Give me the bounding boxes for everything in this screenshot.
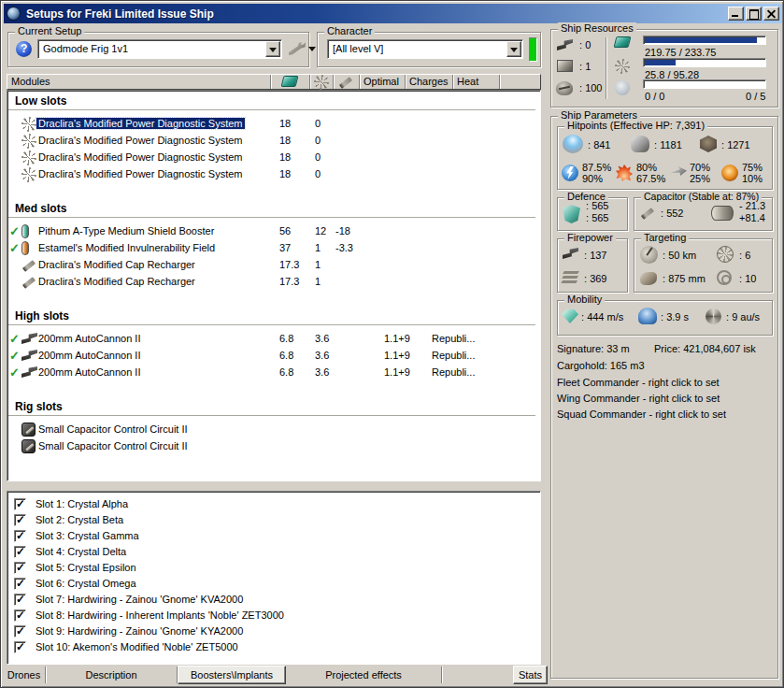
module-row[interactable]: Pithum A-Type Medium Shield Booster 56 1… — [7, 223, 536, 240]
module-row[interactable]: Draclira's Modified Power Diagnostic Sys… — [7, 133, 536, 150]
tab-stats[interactable]: Stats — [513, 666, 548, 684]
armor-hp-icon — [631, 136, 649, 152]
drone-bandwidth-value: 0 / 0 — [645, 91, 664, 102]
module-row[interactable]: Draclira's Modified Cap Recharger 17.3 1 — [7, 274, 536, 291]
slot-group-high: High slots 200mm AutoCannon II 6.8 3.6 1… — [7, 309, 536, 381]
module-row[interactable]: Estamel's Modified Invulnerability Field… — [7, 240, 536, 257]
character-combobox-value: [All level V] — [333, 43, 383, 54]
checkbox-checked[interactable] — [14, 514, 26, 526]
squad-commander-text[interactable]: Squad Commander - right click to set — [557, 408, 726, 420]
align-time-icon — [638, 308, 657, 324]
implant-row[interactable]: Slot 3: Crystal Gamma — [7, 528, 540, 544]
module-name: Draclira's Modified Power Diagnostic Sys… — [38, 168, 243, 179]
shield-booster-icon — [21, 224, 29, 238]
minimize-button[interactable] — [728, 7, 744, 21]
turret-hardpoints-value: 0 — [579, 39, 591, 50]
tools-dropdown-icon[interactable] — [308, 47, 316, 51]
tab-drones[interactable]: Drones — [3, 666, 46, 683]
character-group: Character [All level V] — [317, 32, 541, 67]
checkbox-checked[interactable] — [14, 641, 26, 653]
module-row[interactable]: Draclira's Modified Power Diagnostic Sys… — [7, 166, 536, 183]
implant-label: Slot 1: Crystal Alpha — [36, 498, 128, 509]
checkbox-checked[interactable] — [14, 609, 26, 622]
wing-commander-text[interactable]: Wing Commander - right click to set — [557, 393, 720, 404]
volley-icon — [563, 247, 578, 260]
hitpoints-label: Hitpoints (Effective HP: 7,391) — [564, 120, 707, 131]
max-targets-value: 6 — [739, 250, 750, 261]
max-targets-icon — [717, 246, 734, 263]
calibration-value: 100 — [579, 82, 602, 93]
checkbox-checked[interactable] — [14, 578, 26, 590]
column-modules[interactable]: Modules — [7, 75, 271, 89]
implant-label: Slot 2: Crystal Beta — [36, 514, 123, 525]
checkbox-checked[interactable] — [14, 594, 26, 606]
column-cpu[interactable] — [271, 75, 310, 89]
tools-icon[interactable] — [289, 42, 306, 55]
implant-label: Slot 5: Crystal Epsilon — [36, 562, 136, 573]
character-combobox[interactable]: [All level V] — [327, 39, 523, 59]
module-row[interactable]: Draclira's Modified Power Diagnostic Sys… — [7, 150, 536, 166]
help-icon[interactable] — [16, 41, 32, 57]
app-window: Setups for Freki Limited Issue Ship Curr… — [0, 0, 784, 688]
close-button[interactable] — [763, 7, 779, 21]
column-optimal[interactable]: Optimal — [360, 75, 406, 89]
slot-group-rig: Rig slots Small Capacitor Control Circui… — [7, 400, 536, 455]
module-name: Draclira's Modified Cap Recharger — [38, 259, 195, 270]
checkbox-checked[interactable] — [14, 562, 26, 574]
module-name: Small Capacitor Control Circuit II — [38, 440, 188, 452]
module-row[interactable]: Small Capacitor Control Circuit II — [7, 438, 536, 455]
mobility-group: Mobility 444 m/s 3.9 s 9 au/s — [557, 300, 773, 336]
column-powergrid[interactable] — [310, 75, 334, 89]
sensor-strength-icon — [717, 270, 732, 285]
group-divider — [8, 109, 535, 110]
setup-combobox[interactable]: Godmode Frig 1v1 — [37, 39, 282, 59]
setup-dropdown-button[interactable] — [265, 41, 280, 57]
checkbox-checked[interactable] — [14, 498, 26, 510]
column-heat[interactable]: Heat — [453, 75, 500, 89]
module-row[interactable]: Draclira's Modified Cap Recharger 17.3 1 — [7, 257, 536, 274]
checkbox-checked[interactable] — [14, 546, 26, 558]
shield-hp-icon — [563, 135, 583, 153]
tab-boosters-implants[interactable]: Boosters\Implants — [178, 666, 286, 684]
tab-description[interactable]: Description — [46, 666, 178, 683]
implant-row[interactable]: Slot 10: Akemon's Modified 'Noble' ZET50… — [7, 639, 540, 655]
slot-group-med: Med slots Pithum A-Type Medium Shield Bo… — [7, 202, 536, 291]
active-check-icon — [9, 224, 22, 237]
implant-row[interactable]: Slot 1: Crystal Alpha — [7, 496, 540, 512]
module-row[interactable]: 200mm AutoCannon II 6.8 3.6 1.1+9 Republ… — [7, 331, 536, 348]
modules-header: Modules Optimal Charges Heat — [7, 74, 541, 90]
checkbox-checked[interactable] — [14, 625, 26, 638]
module-row[interactable]: Small Capacitor Control Circuit II — [7, 422, 536, 438]
rig-icon — [21, 439, 36, 453]
column-charges[interactable]: Charges — [406, 75, 453, 89]
autocannon-icon — [21, 332, 37, 345]
implant-row[interactable]: Slot 9: Hardwiring - Zainou 'Gnome' KYA2… — [7, 624, 540, 639]
sensor-strength-value: 10 — [739, 273, 756, 284]
module-row[interactable]: 200mm AutoCannon II 6.8 3.6 1.1+9 Republ… — [7, 365, 536, 381]
defence-shield-icon — [563, 205, 580, 223]
group-divider — [8, 415, 535, 416]
drone-icon — [615, 80, 630, 95]
implant-row[interactable]: Slot 6: Crystal Omega — [7, 576, 540, 592]
group-title: Med slots — [15, 202, 536, 215]
implant-row[interactable]: Slot 2: Crystal Beta — [7, 512, 540, 528]
implant-row[interactable]: Slot 5: Crystal Epsilon — [7, 560, 540, 576]
module-row[interactable]: 200mm AutoCannon II 6.8 3.6 1.1+9 Republ… — [7, 348, 536, 365]
group-title: Rig slots — [15, 400, 536, 413]
tab-projected-effects[interactable]: Projected effects — [286, 666, 442, 683]
current-setup-group: Current Setup Godmode Frig 1v1 — [7, 32, 309, 67]
implant-row[interactable]: Slot 8: Hardwiring - Inherent Implants '… — [7, 608, 540, 624]
ship-parameters-group: Ship Parameters Hitpoints (Effective HP:… — [550, 116, 778, 679]
implant-row[interactable]: Slot 4: Crystal Delta — [7, 544, 540, 560]
capacitor-amount: 552 — [661, 208, 683, 219]
maximize-button[interactable] — [746, 7, 762, 21]
column-capacitor[interactable] — [334, 75, 360, 89]
fleet-commander-text[interactable]: Fleet Commander - right click to set — [557, 377, 720, 388]
module-name: Small Capacitor Control Circuit II — [38, 423, 188, 435]
checkbox-checked[interactable] — [14, 530, 26, 542]
implant-label: Slot 3: Crystal Gamma — [36, 530, 139, 541]
implant-row[interactable]: Slot 7: Hardwiring - Zainou 'Gnome' KVA2… — [7, 592, 540, 608]
module-row[interactable]: Draclira's Modified Power Diagnostic Sys… — [7, 116, 536, 133]
character-dropdown-button[interactable] — [506, 41, 521, 57]
setup-combobox-value: Godmode Frig 1v1 — [43, 43, 128, 54]
